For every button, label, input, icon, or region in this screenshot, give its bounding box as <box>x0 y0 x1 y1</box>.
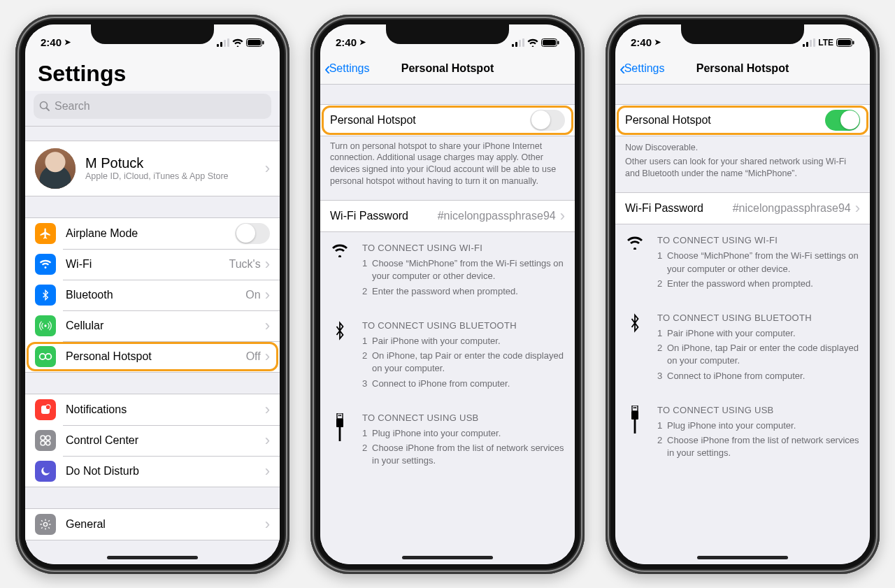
bluetooth-row[interactable]: Bluetooth On › <box>25 280 280 310</box>
profile-row[interactable]: M Potuck Apple ID, iCloud, iTunes & App … <box>25 141 280 196</box>
control-center-row[interactable]: Control Center › <box>25 425 280 456</box>
home-indicator[interactable] <box>697 556 788 559</box>
svg-rect-15 <box>46 436 50 440</box>
home-indicator[interactable] <box>107 556 198 559</box>
chevron-right-icon: › <box>265 401 270 419</box>
svg-rect-0 <box>217 44 219 47</box>
status-time: 2:40 <box>41 36 62 48</box>
svg-rect-31 <box>803 44 805 47</box>
signal-icon <box>217 38 229 47</box>
airplane-label: Airplane Mode <box>66 227 235 240</box>
phone-frame-3: 2:40 ➤ LTE ‹ Settings Personal Hotspot P… <box>606 15 880 574</box>
notch <box>681 24 804 44</box>
hotspot-footer: Turn on personal hotspot to share your i… <box>320 136 575 191</box>
bluetooth-value: On <box>245 289 260 301</box>
svg-rect-2 <box>224 40 226 47</box>
general-label: General <box>66 518 265 531</box>
hotspot-toggle-row[interactable]: Personal Hotspot <box>320 105 575 136</box>
airplane-icon <box>35 223 56 244</box>
wifi-password-label: Wi-Fi Password <box>625 202 733 215</box>
status-icons <box>512 38 559 47</box>
instruction-step: 1Plug iPhone into your computer. <box>362 427 565 440</box>
svg-rect-3 <box>227 38 229 47</box>
svg-rect-20 <box>515 42 517 47</box>
svg-rect-16 <box>41 440 45 445</box>
hotspot-label: Personal Hotspot <box>66 350 246 363</box>
usb-instructions: TO CONNECT USING USB 1Plug iPhone into y… <box>615 394 870 472</box>
svg-rect-33 <box>810 40 812 47</box>
cellular-row[interactable]: Cellular › <box>25 310 280 341</box>
svg-rect-27 <box>338 415 340 416</box>
svg-point-10 <box>40 353 45 359</box>
status-time: 2:40 <box>631 36 652 48</box>
back-button[interactable]: ‹ Settings <box>324 59 369 78</box>
svg-rect-24 <box>543 40 556 45</box>
wifi-password-row[interactable]: Wi-Fi Password #nicelongpassphrase94 › <box>320 201 575 231</box>
signal-icon <box>512 38 524 47</box>
hotspot-toggle-row[interactable]: Personal Hotspot <box>615 105 870 136</box>
hotspot-toggle[interactable] <box>530 110 565 131</box>
wifi-icon <box>625 234 645 292</box>
svg-rect-1 <box>220 42 222 47</box>
wifi-instructions: TO CONNECT USING WI-FI 1Choose “MichPhon… <box>320 232 575 310</box>
control-center-icon <box>35 430 56 451</box>
wifi-icon <box>232 38 243 47</box>
hotspot-toggle[interactable] <box>825 110 860 131</box>
svg-rect-32 <box>806 42 808 47</box>
general-row[interactable]: General › <box>25 509 280 540</box>
svg-rect-14 <box>41 436 45 440</box>
instruction-step: 2Choose iPhone from the list of network … <box>657 434 860 459</box>
instruction-step: 3Connect to iPhone from computer. <box>362 378 565 390</box>
usb-instructions: TO CONNECT USING USB 1Plug iPhone into y… <box>320 402 575 480</box>
svg-point-13 <box>45 404 50 409</box>
airplane-toggle[interactable] <box>235 223 270 244</box>
battery-icon <box>246 38 264 47</box>
bluetooth-instructions: TO CONNECT USING BLUETOOTH 1Pair iPhone … <box>615 302 870 394</box>
general-icon <box>35 514 56 535</box>
svg-line-8 <box>47 108 50 110</box>
notifications-label: Notifications <box>66 403 265 416</box>
instruction-step: 1Plug iPhone into your computer. <box>657 420 860 432</box>
home-indicator[interactable] <box>402 556 493 559</box>
nav-title: Personal Hotspot <box>696 62 789 75</box>
dnd-row[interactable]: Do Not Disturb › <box>25 456 280 487</box>
battery-icon <box>836 38 854 47</box>
hotspot-toggle-label: Personal Hotspot <box>330 114 530 127</box>
wifi-icon <box>330 242 350 300</box>
svg-rect-25 <box>558 41 559 44</box>
wifi-instructions: TO CONNECT USING WI-FI 1Choose “MichPhon… <box>615 224 870 302</box>
svg-rect-37 <box>853 41 854 44</box>
wifi-password-row[interactable]: Wi-Fi Password #nicelongpassphrase94 › <box>615 193 870 224</box>
battery-icon <box>541 38 559 47</box>
instruction-step: 1Pair iPhone with your computer. <box>657 327 860 340</box>
chevron-right-icon: › <box>560 207 565 225</box>
wifi-row[interactable]: Wi-Fi Tuck's › <box>25 249 280 280</box>
search-input[interactable]: Search <box>34 94 271 119</box>
svg-point-17 <box>46 440 50 445</box>
svg-rect-28 <box>340 415 341 416</box>
wifi-label: Wi-Fi <box>66 258 229 271</box>
airplane-mode-row[interactable]: Airplane Mode <box>25 218 280 249</box>
hotspot-icon <box>35 346 56 367</box>
svg-rect-39 <box>633 407 635 408</box>
bluetooth-icon <box>625 312 645 385</box>
svg-rect-41 <box>631 411 638 420</box>
location-icon: ➤ <box>654 38 661 47</box>
notch <box>91 24 214 44</box>
chevron-right-icon: › <box>855 199 860 217</box>
svg-rect-38 <box>632 406 638 411</box>
back-button[interactable]: ‹ Settings <box>620 59 664 78</box>
chevron-right-icon: › <box>265 431 270 450</box>
hotspot-toggle-label: Personal Hotspot <box>625 114 825 127</box>
instruction-step: 1Choose “MichPhone” from the Wi-Fi setti… <box>362 257 565 282</box>
svg-rect-22 <box>522 38 524 47</box>
location-icon: ➤ <box>359 38 366 47</box>
status-time: 2:40 <box>336 36 357 48</box>
svg-rect-6 <box>263 41 264 44</box>
location-icon: ➤ <box>64 38 71 47</box>
wifi-icon <box>527 38 538 47</box>
control-center-label: Control Center <box>66 434 265 447</box>
page-title: Settings <box>25 54 280 91</box>
personal-hotspot-row[interactable]: Personal Hotspot Off › <box>25 341 280 372</box>
notifications-row[interactable]: Notifications › <box>25 394 280 425</box>
